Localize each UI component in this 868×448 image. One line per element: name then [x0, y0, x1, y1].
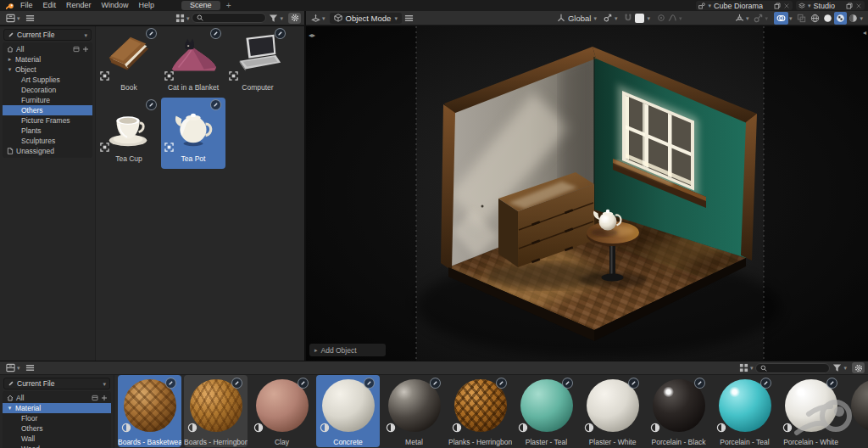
toolbar-expand-icon[interactable]: ◂▸ [309, 32, 315, 39]
edit-asset-badge[interactable] [210, 99, 221, 110]
catalog-furniture[interactable]: Furniture [3, 95, 92, 105]
snap-toggle[interactable]: ▾ [620, 13, 654, 24]
asset-tile-tea-pot[interactable]: Tea Pot [161, 98, 225, 169]
expand-icon[interactable]: ▾ [7, 66, 13, 73]
show-gizmo-button[interactable]: ▾ [732, 12, 752, 25]
add-catalog-button[interactable] [82, 46, 89, 53]
editor-type-button[interactable]: ▾ [3, 12, 23, 25]
catalog-picture-frames[interactable]: Picture Frames [3, 115, 92, 126]
catalog-others[interactable]: Others [3, 423, 111, 434]
catalog-all[interactable]: All [3, 393, 111, 403]
asset-search-input[interactable] [192, 13, 266, 23]
shading-wireframe-button[interactable] [809, 12, 821, 25]
proportional-editing[interactable]: ▾ [654, 13, 686, 24]
catalog-unassigned[interactable]: Unassigned [3, 146, 92, 156]
expand-icon[interactable]: ▾ [7, 405, 13, 412]
collapse-icon[interactable]: ▸ [7, 56, 13, 63]
material-tile-porcelain-black[interactable]: Porcelain - Black [647, 375, 710, 447]
edit-asset-badge[interactable] [562, 378, 573, 389]
catalog-plants[interactable]: Plants [3, 126, 92, 136]
edit-asset-badge[interactable] [275, 28, 286, 39]
catalog-sculptures[interactable]: Sculptures [3, 136, 92, 146]
unlink-scene-button[interactable] [783, 3, 790, 9]
catalog-others[interactable]: Others [3, 105, 92, 115]
viewport-3d[interactable]: ◂▸ ◂ ▸ Add Object [306, 26, 868, 361]
edit-asset-badge[interactable] [146, 28, 157, 39]
add-catalog-button[interactable] [101, 395, 108, 401]
menu-help[interactable]: Help [134, 0, 160, 11]
material-tile-clay[interactable]: Clay [250, 375, 314, 447]
asset-tile-computer[interactable]: Computer [225, 26, 290, 98]
catalog-icon[interactable] [92, 395, 98, 401]
edit-asset-badge[interactable] [496, 378, 507, 389]
menu-render[interactable]: Render [61, 0, 97, 11]
material-tile-plaster-teal[interactable]: Plaster - Teal [515, 375, 578, 447]
asset-settings-button[interactable] [288, 13, 301, 24]
view-layer-selector[interactable]: ▾ Studio [796, 1, 865, 10]
material-tile-concrete[interactable]: Concrete [316, 375, 380, 447]
edit-asset-badge[interactable] [430, 378, 441, 389]
filter-button[interactable]: ▾ [830, 361, 849, 374]
edit-asset-badge[interactable] [231, 378, 242, 389]
material-tile-metal[interactable]: Metal [382, 375, 446, 447]
shading-solid-button[interactable] [821, 12, 834, 25]
snap-fly-button[interactable]: ▾ [751, 12, 771, 25]
editor-type-button-materials[interactable]: ▾ [3, 361, 23, 374]
snap-target-button[interactable]: ▾ [600, 13, 621, 24]
material-tile-planks-herringbone[interactable]: Planks - Herringbone [448, 375, 512, 447]
sidebar-expand-icon[interactable]: ◂ [863, 30, 866, 36]
material-tile-porcelain-teal[interactable]: Porcelain - Teal [713, 375, 776, 447]
material-settings-button[interactable] [852, 362, 865, 373]
add-workspace-button[interactable]: + [226, 1, 231, 10]
asset-tile-cat-in-a-blanket[interactable]: Cat in a Blanket [161, 26, 225, 98]
asset-tile-tea-cup[interactable]: Tea Cup [97, 98, 161, 169]
edit-asset-badge[interactable] [760, 378, 771, 389]
filter-button[interactable]: ▾ [266, 12, 286, 25]
material-library-select[interactable]: Current File ▾ [3, 378, 110, 389]
shading-material-button[interactable] [834, 12, 847, 25]
edit-asset-badge[interactable] [165, 378, 176, 389]
editor-type-button-viewport[interactable]: ▾ [309, 12, 328, 25]
catalog-object[interactable]: ▾Object [3, 64, 92, 75]
catalog-wall[interactable]: Wall [3, 434, 111, 444]
viewport-menu-icon[interactable] [402, 12, 416, 25]
material-tile-boards-basketweave[interactable]: Boards - Basketweave [118, 375, 181, 447]
xray-toggle[interactable] [794, 12, 809, 25]
scene-selector[interactable]: ▾ Cube Diorama [696, 1, 793, 10]
material-tile-boards-herringbone[interactable]: Boards - Herringbone [184, 375, 248, 447]
new-view-layer-button[interactable] [846, 3, 853, 9]
display-size-button[interactable]: ▾ [173, 12, 192, 25]
new-scene-button[interactable] [774, 3, 781, 9]
edit-asset-badge[interactable] [826, 378, 837, 389]
catalog-art-supplies[interactable]: Art Supplies [3, 75, 92, 85]
catalog-decoration[interactable]: Decoration [3, 85, 92, 95]
menu-window[interactable]: Window [97, 0, 134, 11]
add-object-panel[interactable]: ▸ Add Object [309, 344, 386, 356]
remove-view-layer-button[interactable] [855, 3, 862, 9]
mode-dropdown[interactable]: Object Mode ▾ [330, 13, 402, 24]
edit-asset-badge[interactable] [628, 378, 639, 389]
edit-asset-badge[interactable] [146, 99, 157, 110]
catalog-wood[interactable]: Wood [3, 444, 111, 448]
catalog-floor[interactable]: Floor [3, 413, 111, 423]
asset-tile-book[interactable]: Book [97, 26, 161, 98]
edit-asset-badge[interactable] [298, 378, 309, 389]
workspace-tab-scene[interactable]: Scene [181, 1, 220, 10]
blender-logo-icon[interactable] [4, 1, 15, 10]
material-search-input[interactable] [755, 363, 830, 373]
menu-icon[interactable] [23, 361, 37, 374]
shading-rendered-button[interactable]: ▾ [847, 12, 865, 25]
menu-file[interactable]: File [15, 0, 38, 11]
asset-library-select[interactable]: Current File ▾ [3, 29, 92, 41]
show-overlays-toggle[interactable] [774, 12, 788, 25]
catalog-material[interactable]: ▸Material [3, 54, 92, 64]
edit-asset-badge[interactable] [694, 378, 705, 389]
edit-asset-badge[interactable] [210, 28, 221, 39]
menu-edit[interactable]: Edit [38, 0, 62, 11]
catalog-all[interactable]: All [3, 44, 92, 54]
catalog-icon[interactable] [73, 46, 80, 53]
catalog-material[interactable]: ▾Material [3, 403, 111, 413]
edit-asset-badge[interactable] [364, 378, 375, 389]
display-size-button[interactable]: ▾ [737, 361, 756, 374]
transform-orientation[interactable]: Global ▾ ▾ ▾ ▾ [554, 13, 686, 24]
